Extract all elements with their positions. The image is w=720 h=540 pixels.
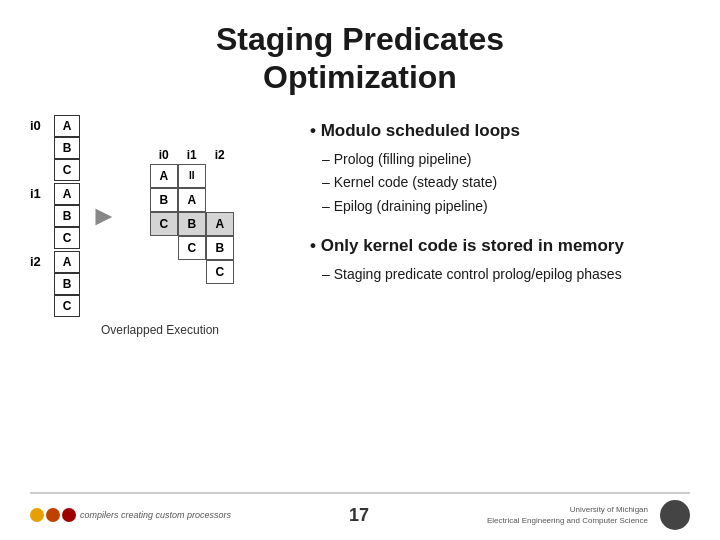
col-label-i1: i1: [178, 148, 206, 162]
i0-cell-c: C: [54, 159, 80, 181]
cell-r2-c2: A: [178, 188, 206, 212]
i2-cell-b: B: [54, 273, 80, 295]
bullet-section-1: • Modulo scheduled loops Prolog (filling…: [310, 120, 690, 221]
i1-cells: A B C: [54, 183, 80, 249]
cell-r5-c1: [150, 260, 178, 284]
left-stacks: i0 A B C i1 A B C: [30, 115, 80, 317]
i2-cell-a: A: [54, 251, 80, 273]
bullet-main-2: • Only kernel code is stored in memory: [310, 235, 690, 257]
bullet-main-1: • Modulo scheduled loops: [310, 120, 690, 142]
grid-header: i0 i1 i2: [128, 148, 234, 162]
cell-r1-c2: II: [178, 164, 206, 188]
footer-right-area: University of Michigan Electrical Engine…: [487, 500, 690, 530]
ccc-circle-1: [30, 508, 44, 522]
university-badge-icon: [660, 500, 690, 530]
cell-r5-c2: [178, 260, 206, 284]
cell-r3-c1: C: [150, 212, 178, 236]
slide-title: Staging Predicates Optimization: [30, 20, 690, 97]
i1-label: i1: [30, 183, 50, 201]
footer-page-number: 17: [349, 505, 369, 526]
bullet-sub-1-2: Kernel code (steady state): [310, 173, 690, 193]
cell-r4-c2: C: [178, 236, 206, 260]
row5-label: [128, 260, 150, 284]
footer-university-info: University of Michigan Electrical Engine…: [487, 504, 648, 526]
i1-group: i1 A B C: [30, 183, 80, 249]
row3-label: [128, 212, 150, 236]
bullet-sub-1-1: Prolog (filling pipeline): [310, 150, 690, 170]
row1-label: [128, 164, 150, 188]
footer-department: Electrical Engineering and Computer Scie…: [487, 516, 648, 525]
footer-university: University of Michigan: [570, 505, 648, 514]
i0-label: i0: [30, 115, 50, 133]
diagram-wrapper: i0 A B C i1 A B C: [30, 115, 234, 317]
left-diagram-area: i0 A B C i1 A B C: [30, 115, 290, 492]
i2-cells: A B C: [54, 251, 80, 317]
right-bullets: • Modulo scheduled loops Prolog (filling…: [310, 115, 690, 492]
i2-cell-c: C: [54, 295, 80, 317]
row2-label: [128, 188, 150, 212]
bullet-sub-1-3: Epilog (draining pipeline): [310, 197, 690, 217]
i1-cell-c: C: [54, 227, 80, 249]
i0-group: i0 A B C: [30, 115, 80, 181]
i0-cells: A B C: [54, 115, 80, 181]
footer-left: compilers creating custom processors: [30, 508, 231, 522]
arrow-icon: ►: [90, 200, 118, 232]
cell-r2-c1: B: [150, 188, 178, 212]
i1-cell-b: B: [54, 205, 80, 227]
grid-row-4: C B: [128, 236, 234, 260]
content-area: i0 A B C i1 A B C: [30, 115, 690, 492]
slide: Staging Predicates Optimization i0 A B C: [0, 0, 720, 540]
i0-cell-a: A: [54, 115, 80, 137]
cell-r4-c1: [150, 236, 178, 260]
cell-r2-c3: [206, 188, 234, 212]
overlap-grid: i0 i1 i2 A II B A: [128, 148, 234, 284]
i1-cell-a: A: [54, 183, 80, 205]
i0-cell-b: B: [54, 137, 80, 159]
cell-r3-c3: A: [206, 212, 234, 236]
col-label-i2: i2: [206, 148, 234, 162]
ccc-circles: [30, 508, 76, 522]
i2-group: i2 A B C: [30, 251, 80, 317]
footer: compilers creating custom processors 17 …: [30, 492, 690, 530]
ccc-circle-3: [62, 508, 76, 522]
cell-r1-c3: [206, 164, 234, 188]
title-line1: Staging Predicates: [216, 21, 504, 57]
grid-row-2: B A: [128, 188, 234, 212]
ccc-logo: compilers creating custom processors: [30, 508, 231, 522]
i2-label: i2: [30, 251, 50, 269]
col-label-i0: i0: [150, 148, 178, 162]
cell-r1-c1: A: [150, 164, 178, 188]
grid-row-1: A II: [128, 164, 234, 188]
cell-r3-c2: B: [178, 212, 206, 236]
footer-tagline: compilers creating custom processors: [80, 510, 231, 520]
grid-row-3: C B A: [128, 212, 234, 236]
row4-label: [128, 236, 150, 260]
ccc-circle-2: [46, 508, 60, 522]
grid-row-5: C: [128, 260, 234, 284]
cell-r4-c3: B: [206, 236, 234, 260]
overlap-label: Overlapped Execution: [30, 323, 290, 337]
title-line2: Optimization: [263, 59, 457, 95]
bullet-section-2: • Only kernel code is stored in memory S…: [310, 235, 690, 289]
bullet-sub-2-1: Staging predicate control prolog/epilog …: [310, 265, 690, 285]
cell-r5-c3: C: [206, 260, 234, 284]
